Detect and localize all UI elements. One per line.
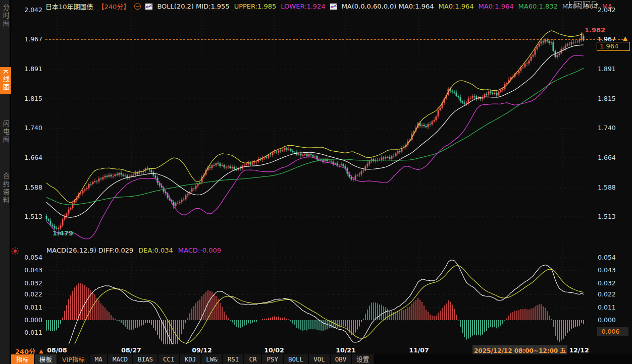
last-price-box: 1.964 [597,42,630,51]
ma0-magenta-value: MA0:1.964 [479,3,514,10]
period-tag[interactable]: 【240分】 [98,2,130,11]
session-high-label: 1.982 [585,26,605,34]
y-axis-label-left: 1.740 [13,124,42,132]
y-axis-label-right: 1.891 [598,65,616,73]
boll-upper-value: UPPER:1.985 [234,3,277,10]
trading-app-window: 分时图K线图闪电图合约资料 ++ 日本10年期国债 【240分】 − BOLL(… [0,0,632,364]
exit-chart-icon[interactable] [592,1,599,8]
indicator-toolbar: 指标模板VIP指标MAMACDBIASCCIKDJLW&RSICRPSYBOLL… [11,354,632,364]
macd-axis-label-right: 0.011 [598,304,616,311]
minus-circle-icon[interactable]: − [134,3,141,10]
indicator-chart-icon[interactable] [330,4,337,10]
macd-axis-label-left: 0.022 [13,290,42,298]
x-axis-date-label: 11/07 [409,346,429,354]
x-axis-date-label: 10/21 [336,346,355,354]
macd-last-value-label: -0.006 [597,327,628,336]
session-info: 2025/12/12 08:00~12:00 五 12/12 [472,345,589,355]
macd-diff-value: MACD(26,12,9) DIFF:0.029 [46,247,133,254]
ma-group-value: MA(0,0,0,60,0,0) MA0:1.964 [342,3,434,10]
y-axis-label-left: 1.967 [13,35,42,43]
ma-red-value: MA [602,3,612,10]
toolbar-button-VIP指标[interactable]: VIP指标 [58,354,89,364]
ma60-value: MA60:1.832 [518,3,558,10]
toolbar-button-LW&[interactable]: LW& [201,354,222,364]
macd-header: MACD(26,12,9) DIFF:0.029 DEA:0.034 MACD:… [46,247,221,254]
toolbar-button-VOL[interactable]: VOL [309,354,330,364]
instrument-title: 日本10年期国债 [45,2,93,11]
toolbar-button-OBV[interactable]: OBV [331,354,351,364]
price-up-arrow-icon: ▲ [623,35,627,42]
y-axis-label-left: 1.513 [13,213,42,220]
crosshair-icon[interactable] [566,1,573,8]
chart-window-controls [566,1,599,8]
macd-macd-value: MACD:-0.009 [178,247,221,254]
period-dropdown-arrow-icon[interactable]: ▲ [39,348,43,354]
y-axis-label-right: 1.588 [598,184,616,191]
macd-axis-label-right: 0.054 [598,254,616,261]
macd-axis-label-left: 0.043 [13,266,42,274]
session-day-label: 12/12 [569,346,589,354]
toolbar-button-MACD[interactable]: MACD [108,354,132,364]
toolbar-button-PSY[interactable]: PSY [262,354,283,364]
scale-axis-right-icon[interactable] [583,1,590,8]
toolbar-button-RSI[interactable]: RSI [223,354,244,364]
macd-axis-label-right: 0.043 [598,266,616,274]
x-axis-date-label: 09/12 [192,346,212,354]
y-axis-label-right: 1.664 [598,154,616,161]
y-axis-label-left: 1.588 [13,184,42,191]
y-axis-label-right: 1.513 [598,213,616,220]
y-axis-label-left: 1.815 [13,95,42,102]
x-axis-date-label: 08/08 [47,346,67,354]
toolbar-button-指标[interactable]: 指标 [11,354,34,364]
toolbar-button-CCI[interactable]: CCI [159,354,179,364]
toolbar-button-BIAS[interactable]: BIAS [133,354,157,364]
y-axis-label-left: 2.042 [13,6,42,14]
scale-axis-up-icon[interactable] [574,1,582,8]
y-axis-label-left: 1.891 [13,65,42,73]
x-axis-date-label: 08/27 [121,346,141,354]
toolbar-button-KDJ[interactable]: KDJ [180,354,201,364]
chart-header: 日本10年期国债 【240分】 − BOLL(20,2) MID:1.955 U… [45,2,612,11]
macd-axis-label-left: -0.011 [13,329,42,336]
macd-axis-label-left: 0.000 [13,316,42,324]
chart-plot-region[interactable] [45,4,586,343]
ma0-yellow-value: MA0:1.964 [439,3,474,10]
macd-axis-label-left: 0.032 [13,279,42,287]
x-axis-date-label: 10/02 [264,346,284,354]
indicator-chart-icon[interactable] [145,4,152,10]
toolbar-button-MA[interactable]: MA [90,354,107,364]
toolbar-button-CR[interactable]: CR [244,354,261,364]
macd-axis-label-right: 0.022 [598,290,616,298]
macd-axis-label-right: 0.000 [598,316,616,324]
y-axis-label-right: 1.815 [598,95,616,102]
session-low-label: 1.479 [52,229,73,237]
y-axis-label-left: 1.664 [13,154,42,161]
macd-dea-value: DEA:0.034 [138,247,173,254]
macd-axis-label-left: 0.011 [13,304,42,311]
y-axis-label-right: 1.740 [598,124,616,132]
macd-axis-label-right: 0.032 [598,279,616,287]
toolbar-button-BOLL[interactable]: BOLL [284,354,308,364]
session-range-label: 2025/12/12 08:00~12:00 五 [472,345,567,355]
boll-lower-value: LOWER:1.924 [281,3,325,10]
toolbar-button-设置[interactable]: 设置 [352,354,374,364]
alert-dot-icon[interactable] [11,247,20,256]
boll-mid-value: BOLL(20,2) MID:1.955 [157,3,229,10]
toolbar-button-模板[interactable]: 模板 [35,354,57,364]
